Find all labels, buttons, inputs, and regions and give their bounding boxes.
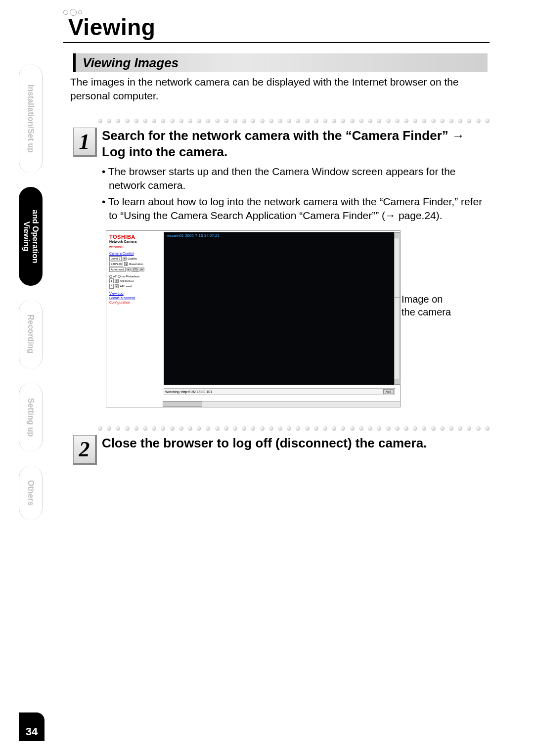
dropdown-icon[interactable]: ▾ [123,257,127,261]
annotation-line2: the camera [401,307,451,317]
dropdown-icon[interactable]: ▾ [140,267,144,271]
camera-name: wccam01 [109,245,160,249]
side-tabs: Installation/Set up and Operation Viewin… [19,64,43,534]
camera-main-area: wccam01 2005-7-13 14:57:21 Watching :htt… [163,231,400,407]
page-title: Viewing [68,14,155,41]
step-1: 1 Search for the network camera with the… [73,128,490,224]
video-caption: wccam01 2005-7-13 14:57:21 [167,233,220,238]
camera-sidebar: TOSHIBA Network Camera wccam01 Camera Co… [106,231,163,407]
locate-camera-link[interactable]: Locate a camera [109,296,160,300]
dropdown-icon[interactable]: ▾ [115,279,119,283]
tab-active-line1: Viewing [22,210,31,263]
tab-setting-up[interactable]: Setting up [19,383,43,452]
flickerless-on-radio[interactable] [118,275,121,278]
title-underline [63,42,490,43]
ae-label: AE Level [120,285,132,288]
status-bar: Watching :http://192.168.0.101 Add [164,388,395,395]
step-1-bullet: To learn about how to log into the netwo… [102,195,490,223]
camera-product-name: Network Camera [109,240,160,243]
tab-recording[interactable]: Recording [19,300,43,369]
flickerless-label: Flickerless [126,275,139,278]
annotation-leader-line [368,298,400,298]
camera-window-screenshot: TOSHIBA Network Camera wccam01 Camera Co… [106,230,400,407]
step-1-bullets: The browser starts up and then the Camer… [102,165,490,222]
step-1-bullet: The browser starts up and then the Camer… [102,165,490,193]
intro-text: The images in the network camera can be … [70,75,486,103]
horizontal-scrollbar[interactable] [163,401,400,407]
tab-active-line2: and Operation [31,210,40,263]
tab-viewing-operation[interactable]: and Operation Viewing [19,187,43,286]
deco-circle-icon [63,10,68,15]
dotted-divider [98,426,490,431]
off-label: off [113,275,117,278]
toshiba-logo: TOSHIBA [109,234,160,240]
area-select[interactable]: 1 [109,278,114,283]
step-2-title: Close the browser to log off (disconnect… [102,435,490,451]
quality-label: Quality [128,257,137,260]
camera-video-frame: wccam01 2005-7-13 14:57:21 [164,232,395,385]
status-text: Watching :http://192.168.0.101 [165,390,212,394]
flickerless-off-radio[interactable] [109,275,112,278]
scrollbar-thumb[interactable] [163,401,202,407]
on-label: on [122,275,125,278]
dropdown-icon[interactable]: ▾ [127,267,131,271]
view-log-link[interactable]: View Log [109,292,160,295]
configuration-link[interactable]: Configuration [109,301,160,304]
step-number-1: 1 [73,128,97,157]
annotation-line1: Image on [401,294,443,305]
step-1-title: Search for the network camera with the “… [102,128,490,160]
resolution-label: Resolution [129,263,143,266]
annotation-label: Image on the camera [401,293,451,318]
ae-select[interactable]: 0 [109,284,114,289]
dotted-divider [98,119,490,123]
page-number: 34 [19,712,44,741]
resolution-select[interactable]: 320*240 [109,262,123,267]
dropdown-icon[interactable]: ▾ [115,284,119,288]
area-label: Area(ALC) [120,279,134,282]
add-button[interactable]: Add [383,389,394,394]
dropdown-icon[interactable]: ▾ [124,262,128,266]
advanced-select[interactable]: Advanced [109,267,126,272]
section-header: Viewing Images [73,53,488,72]
step-number-2: 2 [73,435,97,465]
tab-others[interactable]: Others [19,466,43,520]
tab-installation-setup[interactable]: Installation/Set up [19,64,43,173]
quality-select[interactable]: Level 2 [109,256,122,261]
std-button[interactable]: STD [132,267,139,272]
vertical-scrollbar[interactable] [394,232,400,385]
step-2: 2 Close the browser to log off (disconne… [73,435,490,451]
camera-control-link[interactable]: Camera Control [109,252,160,255]
